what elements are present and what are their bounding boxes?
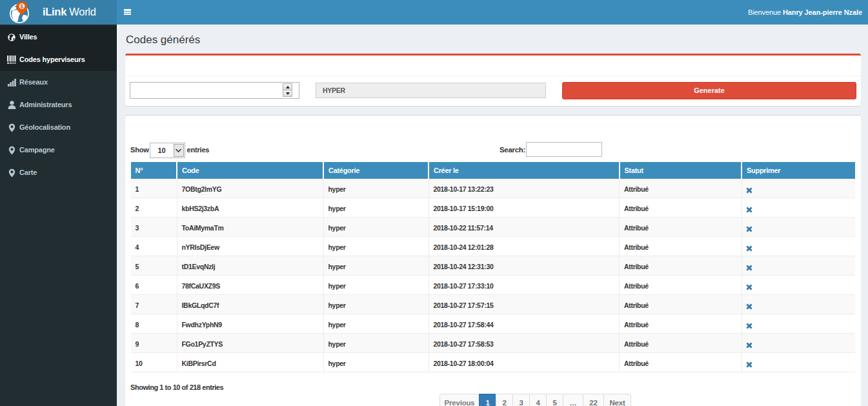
svg-text:$: $: [21, 3, 24, 10]
